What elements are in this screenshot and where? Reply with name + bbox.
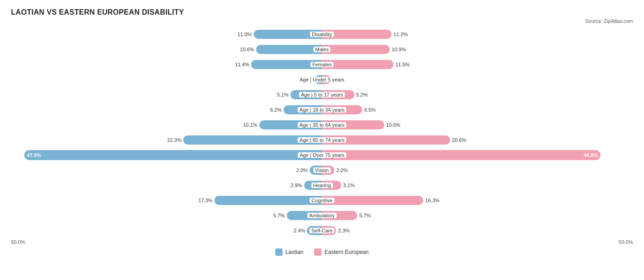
table-row: 47.9%Age | Over 75 years44.8% [11, 148, 633, 162]
rows-container: 11.0%Disability11.2%10.6%Males10.9%11.4%… [11, 27, 633, 237]
bar-right-value: 16.3% [425, 198, 439, 203]
bar-left-value: 47.9% [27, 152, 41, 158]
bar-center-label: Age | 65 to 74 years [298, 137, 346, 143]
bar-left-value: 2.0% [296, 167, 308, 173]
bar-center-label: Cognitive [310, 198, 334, 203]
bar-left-value: 6.2% [270, 107, 282, 113]
bar-right-value: 10.0% [386, 122, 400, 128]
bar-right-value: 2.0% [336, 167, 348, 173]
bar-left: 47.9% [24, 150, 322, 160]
bar-left-value: 2.9% [291, 183, 302, 188]
bar-left-value: 5.1% [277, 92, 289, 97]
bar-left-value: 11.0% [237, 32, 251, 37]
bar-right: 10.9% [322, 45, 390, 54]
bar-right-value: 11.5% [395, 62, 409, 67]
bar-center-label: Age | 5 to 17 years [299, 92, 345, 97]
table-row: 11.0%Disability11.2% [11, 27, 633, 41]
table-row: 5.7%Ambulatory5.7% [11, 209, 633, 222]
bar-center-label: Age | Over 75 years [298, 152, 346, 158]
bar-left-value: 11.4% [235, 62, 249, 67]
bar-left-value: 10.6% [240, 47, 254, 52]
bar-right-value: 20.6% [452, 137, 466, 143]
bar-right-value: 3.1% [343, 183, 355, 188]
bar-left: 10.6% [256, 45, 322, 54]
source-label: Source: ZipAtlas.com [11, 18, 633, 24]
bar-left: 17.3% [214, 196, 322, 205]
bar-right: 16.3% [322, 196, 423, 205]
laotian-legend-label: Laotian [285, 249, 303, 255]
table-row: 11.4%Females11.5% [11, 58, 633, 71]
bar-center-label: Disability [310, 32, 334, 37]
bar-center-label: Vision [313, 167, 331, 173]
bar-right-value: 10.9% [392, 47, 406, 52]
bar-right-value: 6.5% [364, 107, 376, 113]
table-row: 5.1%Age | 5 to 17 years5.2% [11, 88, 633, 102]
table-row: 17.3%Cognitive16.3% [11, 194, 633, 207]
bar-center-label: Age | 35 to 64 years [298, 122, 346, 128]
bar-right-value: 44.8% [584, 152, 598, 158]
bar-left-value: 17.3% [198, 198, 213, 203]
bar-center-label: Age | 18 to 34 years [298, 107, 346, 113]
table-row: 6.2%Age | 18 to 34 years6.5% [11, 103, 633, 117]
bar-center-label: Age | Under 5 years [298, 77, 346, 82]
table-row: 2.9%Hearing3.1% [11, 178, 633, 192]
table-row: 22.3%Age | 65 to 74 years20.6% [11, 133, 633, 147]
chart-container: 11.0%Disability11.2%10.6%Males10.9%11.4%… [11, 27, 633, 256]
table-row: 1.2%Age | Under 5 years1.4% [11, 73, 633, 86]
eastern-european-color-box [314, 248, 322, 256]
bar-left-value: 5.7% [273, 213, 285, 218]
bar-left-value: 22.3% [167, 137, 181, 143]
bar-right-value: 2.3% [338, 228, 349, 233]
bar-center-label: Self-Care [310, 228, 334, 233]
table-row: 2.4%Self-Care2.3% [11, 224, 633, 237]
bar-center-label: Hearing [311, 183, 333, 188]
laotian-color-box [275, 248, 283, 256]
bar-right-value: 5.2% [356, 92, 368, 97]
bar-left-value: 2.4% [294, 228, 305, 233]
bar-center-label: Males [313, 47, 330, 52]
legend-laotian: Laotian [275, 248, 303, 256]
table-row: 2.0%Vision2.0% [11, 163, 633, 177]
bar-center-label: Females [311, 62, 333, 67]
axis-left: 50.0% [11, 239, 25, 245]
table-row: 10.1%Age | 35 to 64 years10.0% [11, 118, 633, 132]
bar-right-value: 5.7% [359, 213, 371, 218]
bar-left-value: 10.1% [243, 122, 257, 128]
table-row: 10.6%Males10.9% [11, 43, 633, 56]
bar-right: 44.8% [322, 150, 600, 160]
bar-right-value: 11.2% [393, 32, 408, 37]
eastern-european-legend-label: Eastern European [324, 249, 369, 255]
legend-eastern-european: Eastern European [314, 248, 369, 256]
bar-center-label: Ambulatory [307, 213, 337, 218]
axis-right: 50.0% [619, 239, 633, 245]
chart-title: LAOTIAN VS EASTERN EUROPEAN DISABILITY [11, 8, 633, 16]
